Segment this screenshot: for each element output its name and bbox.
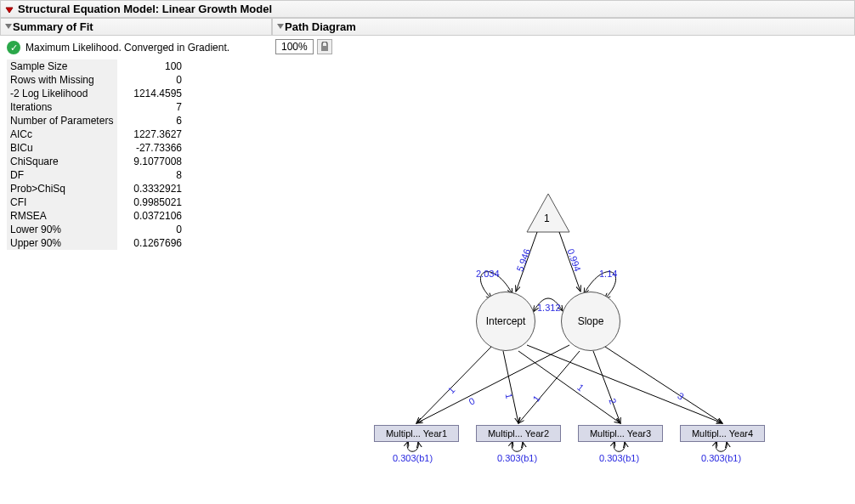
manifest-year1[interactable]: Multipl... Year1 [374, 425, 459, 442]
table-row: RMSEA0.0372106 [7, 209, 265, 223]
manifest-year2[interactable]: Multipl... Year2 [476, 425, 561, 442]
table-row: Upper 90%0.1267696 [7, 236, 265, 250]
fit-value: 0.1267696 [117, 236, 185, 250]
fit-label: RMSEA [7, 209, 117, 223]
svg-rect-3 [321, 46, 328, 51]
table-row: Number of Parameters6 [7, 114, 265, 127]
fit-value: 0 [117, 73, 185, 87]
lock-icon[interactable] [317, 39, 332, 54]
fit-table: Sample Size100 Rows with Missing0 -2 Log… [7, 59, 265, 250]
fit-label: ChiSquare [7, 155, 117, 168]
table-row: DF8 [7, 168, 265, 182]
manifest-year3[interactable]: Multipl... Year3 [578, 425, 663, 442]
latent-intercept[interactable]: Intercept [476, 292, 535, 351]
fit-value: 7 [117, 100, 185, 114]
svg-marker-1 [5, 24, 12, 29]
fit-label: Number of Parameters [7, 114, 117, 127]
fit-value: 1227.3627 [117, 127, 185, 141]
path-diagram-header-bar: Path Diagram [272, 18, 855, 36]
svg-marker-0 [6, 8, 13, 13]
table-row: Prob>ChiSq0.3332921 [7, 182, 265, 195]
svg-line-10 [527, 345, 722, 423]
fit-value: 0.9985021 [117, 195, 185, 209]
convergence-status: ✓ Maximum Likelihood. Converged in Gradi… [0, 36, 272, 59]
path-diagram-header: Path Diagram [285, 20, 356, 33]
latent-slope[interactable]: Slope [561, 292, 620, 351]
fit-label: CFI [7, 195, 117, 209]
fit-label: DF [7, 168, 117, 182]
path-diagram-panel: Path Diagram 100% [272, 18, 855, 504]
main-title: Structural Equation Model: Linear Growth… [18, 3, 272, 15]
table-row: Sample Size100 [7, 59, 265, 73]
dropdown-icon[interactable] [4, 4, 14, 14]
check-icon: ✓ [7, 41, 20, 54]
main-title-bar: Structural Equation Model: Linear Growth… [0, 0, 855, 18]
table-row: Rows with Missing0 [7, 73, 265, 87]
svg-line-7 [416, 347, 491, 423]
summary-panel: Summary of Fit ✓ Maximum Likelihood. Con… [0, 18, 272, 504]
fit-value: 6 [117, 114, 185, 127]
zoom-toolbar: 100% [272, 36, 855, 58]
svg-line-12 [518, 351, 580, 423]
fit-value: 1214.4595 [117, 87, 185, 100]
fit-label: Sample Size [7, 59, 117, 73]
edge-intercept-var: 2.034 [476, 269, 500, 279]
table-row: ChiSquare9.1077008 [7, 155, 265, 168]
fit-label: BICu [7, 141, 117, 155]
fit-label: -2 Log Likelihood [7, 87, 117, 100]
disclosure-icon[interactable] [4, 20, 13, 33]
summary-header-bar: Summary of Fit [0, 18, 272, 36]
err-y2: 0.303(b1) [497, 453, 537, 463]
summary-header: Summary of Fit [13, 20, 93, 33]
svg-line-8 [503, 351, 518, 423]
zoom-level[interactable]: 100% [275, 39, 314, 54]
constant-label: 1 [544, 212, 550, 224]
edge-cov: 1.312 [537, 303, 561, 313]
fit-label: Iterations [7, 100, 117, 114]
fit-value: -27.73366 [117, 141, 185, 155]
fit-label: Prob>ChiSq [7, 182, 117, 195]
table-row: CFI0.9985021 [7, 195, 265, 209]
svg-line-13 [593, 351, 620, 423]
sem-diagram[interactable]: 1 Intercept Slope Multipl... Year1 Multi… [272, 58, 850, 504]
table-row: BICu-27.73366 [7, 141, 265, 155]
fit-label: AICc [7, 127, 117, 141]
fit-label: Rows with Missing [7, 73, 117, 87]
fit-value: 100 [117, 59, 185, 73]
fit-value: 8 [117, 168, 185, 182]
table-row: Lower 90%0 [7, 223, 265, 236]
fit-label: Lower 90% [7, 223, 117, 236]
table-row: -2 Log Likelihood1214.4595 [7, 87, 265, 100]
manifest-year4[interactable]: Multipl... Year4 [680, 425, 765, 442]
fit-value: 9.1077008 [117, 155, 185, 168]
table-row: Iterations7 [7, 100, 265, 114]
svg-line-14 [605, 347, 722, 423]
fit-value: 0 [117, 223, 185, 236]
disclosure-icon[interactable] [276, 20, 285, 33]
fit-label: Upper 90% [7, 236, 117, 250]
svg-marker-2 [277, 24, 284, 29]
fit-value: 0.0372106 [117, 209, 185, 223]
err-y1: 0.303(b1) [393, 453, 433, 463]
table-row: AICc1227.3627 [7, 127, 265, 141]
edge-slope-var: 1.14 [599, 269, 617, 279]
fit-value: 0.3332921 [117, 182, 185, 195]
status-text: Maximum Likelihood. Converged in Gradien… [25, 42, 229, 54]
err-y3: 0.303(b1) [599, 453, 639, 463]
svg-line-11 [416, 345, 569, 423]
err-y4: 0.303(b1) [701, 453, 741, 463]
